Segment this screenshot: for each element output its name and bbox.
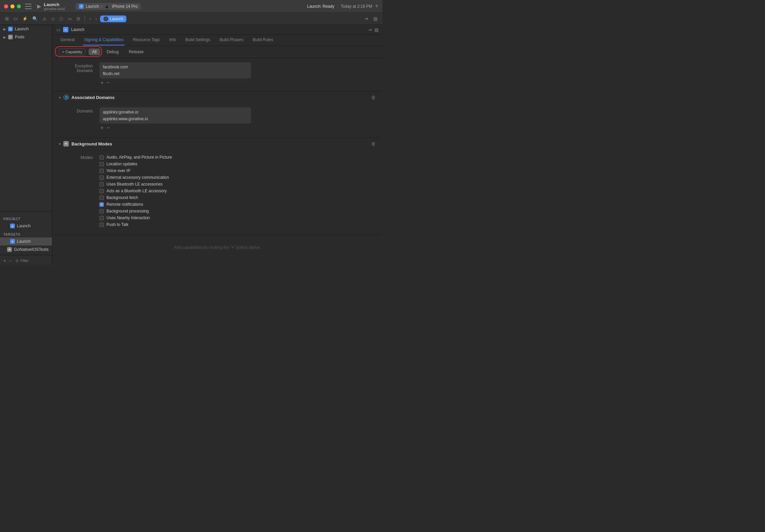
env-tab-all[interactable]: All <box>89 48 100 55</box>
mode-voip-checkbox[interactable] <box>99 169 104 173</box>
file-nav-right[interactable]: ⇥ <box>368 27 372 32</box>
modes-label: Modes <box>62 154 93 160</box>
mode-audio[interactable]: Audio, AirPlay, and Picture in Picture <box>99 154 372 161</box>
tab-icon: A <box>103 16 108 21</box>
mode-push-to-talk[interactable]: Push to Talk <box>99 221 372 228</box>
associated-domains-delete[interactable]: 🗑 <box>371 95 376 100</box>
background-modes-header[interactable]: ▾ ✦ Background Modes 🗑 <box>52 138 382 150</box>
sub-toolbar: + Capability All Debug Release <box>52 46 382 58</box>
nav-back-button[interactable]: ‹ <box>88 15 92 22</box>
shape-button[interactable]: ⬡ <box>58 15 65 22</box>
mode-bluetooth-accessory-checkbox[interactable] <box>99 189 104 193</box>
launch-group-icon: A <box>8 27 13 31</box>
mode-background-fetch[interactable]: Background fetch <box>99 194 372 201</box>
mode-external-accessory[interactable]: External accessory communication <box>99 174 372 181</box>
list-item[interactable]: fbcdn.net <box>99 70 251 77</box>
search-button[interactable]: 🔍 <box>31 15 39 22</box>
list-item[interactable]: applinks:www.gonative.io <box>99 115 251 122</box>
tab-build-settings[interactable]: Build Settings <box>184 35 211 45</box>
nav-forward-button[interactable]: › <box>94 15 98 22</box>
domains-remove-button[interactable]: − <box>105 125 111 131</box>
target-gonative[interactable]: ✦ GoNativeIOSTests <box>0 245 52 254</box>
toggle-panel-button[interactable]: ▭ <box>12 15 19 22</box>
mode-location-label: Location updates <box>106 162 137 166</box>
mode-nearby-interaction-checkbox[interactable] <box>99 216 104 220</box>
add-capability-label: + Capability <box>62 50 82 54</box>
exception-remove-button[interactable]: − <box>105 80 111 86</box>
mode-external-accessory-checkbox[interactable] <box>99 175 104 180</box>
split-editor-button[interactable]: ⇥ <box>363 15 370 22</box>
domains-label: Domains <box>62 107 93 113</box>
tab-build-phases[interactable]: Build Phases <box>218 35 245 45</box>
mode-bluetooth-le-label: Uses Bluetooth LE accessories <box>106 182 162 187</box>
list-item[interactable]: applinks:gonative.io <box>99 109 251 115</box>
domains-add-button[interactable]: + <box>99 125 104 131</box>
target-gonative-label: GoNativeIOSTests <box>14 247 49 252</box>
mode-remote-notifications-checkbox[interactable]: ✓ <box>99 202 104 207</box>
inspector-button[interactable]: ▧ <box>372 15 379 22</box>
mode-bluetooth-le-checkbox[interactable] <box>99 182 104 187</box>
traffic-lights <box>4 4 21 8</box>
warning-button[interactable]: ⚠ <box>41 15 48 22</box>
mode-background-processing-checkbox[interactable] <box>99 209 104 213</box>
exception-add-button[interactable]: + <box>99 80 104 86</box>
add-button[interactable]: + <box>375 3 378 10</box>
mode-location-checkbox[interactable] <box>99 162 104 166</box>
sidebar-toggle-button[interactable] <box>25 4 32 9</box>
background-modes-delete[interactable]: 🗑 <box>371 141 376 146</box>
bookmark-button[interactable]: ◇ <box>50 15 56 22</box>
grid-view-button[interactable]: ⊞ <box>3 15 10 22</box>
launch-group-item[interactable]: ▶ A Launch <box>0 25 52 33</box>
add-capability-button[interactable]: + Capability <box>59 48 85 55</box>
file-header-name: Launch <box>71 27 84 32</box>
exception-domains-content: facebook.com fbcdn.net + − <box>99 62 372 86</box>
associated-domains-section: ▾ 🌐 Associated Domains 🗑 Domains applink… <box>52 91 382 138</box>
project-section-header: PROJECT <box>0 214 52 222</box>
mode-audio-checkbox[interactable] <box>99 155 104 160</box>
mode-bluetooth-accessory[interactable]: Acts as a Bluetooth LE accessory <box>99 188 372 194</box>
rect-button[interactable]: ▭ <box>66 15 73 22</box>
mode-background-fetch-checkbox[interactable] <box>99 196 104 200</box>
target-gonative-icon: ✦ <box>7 247 12 252</box>
mode-background-processing[interactable]: Background processing <box>99 208 372 214</box>
file-panel-right[interactable]: ▧ <box>374 27 378 32</box>
hierarchy-button[interactable]: ⚡ <box>21 15 29 22</box>
associated-domains-header[interactable]: ▾ 🌐 Associated Domains 🗑 <box>52 91 382 103</box>
list-item[interactable]: facebook.com <box>99 64 251 70</box>
env-tab-debug[interactable]: Debug <box>103 48 122 55</box>
launch-group-label: Launch <box>15 27 29 31</box>
tab-build-rules[interactable]: Build Rules <box>251 35 275 45</box>
filter-button[interactable]: ⊙ Filter <box>16 259 28 263</box>
mode-voip[interactable]: Voice over IP <box>99 167 372 174</box>
mode-push-to-talk-checkbox[interactable] <box>99 223 104 227</box>
sidebar-toggle-content[interactable]: ▭ <box>56 27 60 32</box>
add-target-button[interactable]: + <box>3 258 6 263</box>
file-header-right: ⇥ ▧ <box>368 27 378 32</box>
mode-bluetooth-le[interactable]: Uses Bluetooth LE accessories <box>99 181 372 188</box>
maximize-button[interactable] <box>17 4 21 8</box>
run-button[interactable]: ▶ <box>37 3 41 9</box>
tab-info[interactable]: Info <box>168 35 177 45</box>
targets-section-header: TARGETS <box>0 230 52 237</box>
grid-button[interactable]: ⊟ <box>75 15 82 22</box>
active-file-tab[interactable]: A Launch <box>100 15 126 22</box>
mode-nearby-interaction[interactable]: Uses Nearby Interaction <box>99 214 372 221</box>
checkmark-icon: ✓ <box>100 203 103 206</box>
scheme-selector[interactable]: A Launch › 📱 iPhone 14 Pro <box>75 3 141 10</box>
remove-target-button[interactable]: − <box>9 258 11 263</box>
exception-domains-list: facebook.com fbcdn.net <box>99 62 251 78</box>
pods-group-item[interactable]: ▶ P Pods <box>0 33 52 41</box>
minimize-button[interactable] <box>10 4 14 8</box>
tab-resource-tags[interactable]: Resource Tags <box>131 35 161 45</box>
target-launch-label: Launch <box>17 239 31 244</box>
target-launch[interactable]: A Launch <box>0 237 52 245</box>
mode-location[interactable]: Location updates <box>99 161 372 167</box>
mode-remote-notifications[interactable]: ✓ Remote notifications <box>99 201 372 208</box>
tab-general[interactable]: General <box>59 35 76 45</box>
sidebar-project-launch[interactable]: A Launch <box>0 222 52 230</box>
close-button[interactable] <box>4 4 8 8</box>
tab-signing[interactable]: Signing & Capabilities <box>83 35 125 45</box>
domains-row: Domains applinks:gonative.io applinks:ww… <box>62 106 372 132</box>
exception-domains-section: Exception Domains facebook.com fbcdn.net… <box>52 58 382 91</box>
env-tab-release[interactable]: Release <box>125 48 147 55</box>
